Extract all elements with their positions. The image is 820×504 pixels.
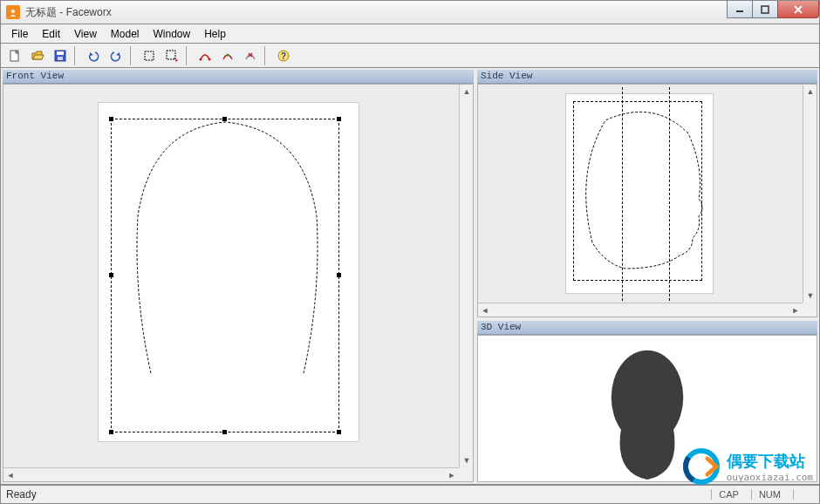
3d-view-pane: 3D View	[477, 321, 817, 482]
side-canvas[interactable]	[565, 93, 714, 294]
minimize-button[interactable]	[727, 1, 753, 18]
front-view-pane: Front View ◄► ▲▼	[3, 70, 474, 482]
front-view-canvas-area[interactable]: ◄► ▲▼	[3, 84, 474, 482]
menu-model[interactable]: Model	[104, 26, 147, 42]
svg-rect-7	[57, 51, 64, 55]
move-points-button[interactable]	[161, 46, 182, 65]
redo-button[interactable]	[106, 46, 126, 65]
menu-window[interactable]: Window	[147, 26, 198, 42]
pane-title: 3D View	[477, 321, 817, 335]
svg-point-0	[11, 10, 15, 13]
rect-select-button[interactable]	[139, 46, 160, 65]
status-num: NUM	[751, 489, 788, 500]
svg-rect-8	[58, 57, 63, 60]
svg-rect-9	[145, 51, 154, 60]
curve-edit-button[interactable]	[195, 46, 215, 65]
head-outline-front	[99, 103, 360, 443]
horizontal-scrollbar[interactable]: ◄►	[478, 303, 803, 317]
toolbar-separator	[130, 46, 135, 65]
save-button[interactable]	[50, 46, 71, 65]
vertical-scrollbar[interactable]: ▲▼	[459, 85, 473, 467]
head-outline-side	[566, 94, 714, 295]
toolbar-separator	[74, 46, 79, 65]
workspace: Front View ◄► ▲▼ Side View	[0, 68, 820, 485]
3d-view-canvas-area[interactable]	[477, 335, 817, 482]
svg-point-11	[200, 58, 202, 60]
horizontal-scrollbar[interactable]: ◄►	[3, 467, 459, 481]
front-canvas[interactable]	[98, 102, 359, 442]
menu-view[interactable]: View	[67, 26, 104, 42]
toolbar-separator	[186, 46, 191, 65]
status-text: Ready	[6, 488, 37, 501]
pane-title: Front View	[3, 70, 474, 84]
svg-rect-2	[762, 6, 769, 13]
pane-title: Side View	[477, 70, 817, 84]
open-button[interactable]	[27, 46, 48, 65]
svg-text:?: ?	[281, 51, 286, 61]
undo-button[interactable]	[83, 46, 104, 65]
app-icon	[6, 5, 20, 19]
new-button[interactable]	[4, 46, 25, 65]
status-cap: CAP	[711, 489, 746, 500]
scroll-corner	[803, 303, 817, 317]
side-view-canvas-area[interactable]: ◄► ▲▼	[477, 84, 817, 317]
side-view-pane: Side View ◄► ▲▼	[477, 70, 817, 317]
curve-remove-button[interactable]	[240, 46, 261, 65]
maximize-button[interactable]	[752, 1, 778, 18]
toolbar: ?	[0, 44, 820, 68]
window-controls	[728, 1, 819, 18]
curve-add-button[interactable]	[217, 46, 238, 65]
head-3d-silhouette	[478, 336, 817, 481]
menu-bar: File Edit View Model Window Help	[0, 24, 820, 44]
svg-point-12	[208, 58, 211, 60]
toolbar-separator	[264, 46, 270, 65]
status-empty	[793, 489, 810, 500]
menu-edit[interactable]: Edit	[35, 26, 67, 42]
vertical-scrollbar[interactable]: ▲▼	[803, 85, 817, 303]
svg-point-13	[227, 53, 229, 56]
status-bar: Ready CAP NUM	[0, 485, 820, 504]
help-button[interactable]: ?	[273, 46, 294, 65]
close-button[interactable]	[777, 1, 819, 18]
menu-help[interactable]: Help	[197, 26, 233, 42]
window-title: 无标题 - Faceworx	[25, 5, 112, 20]
menu-file[interactable]: File	[4, 26, 35, 42]
scroll-corner	[459, 467, 473, 481]
title-bar: 无标题 - Faceworx	[0, 0, 820, 24]
